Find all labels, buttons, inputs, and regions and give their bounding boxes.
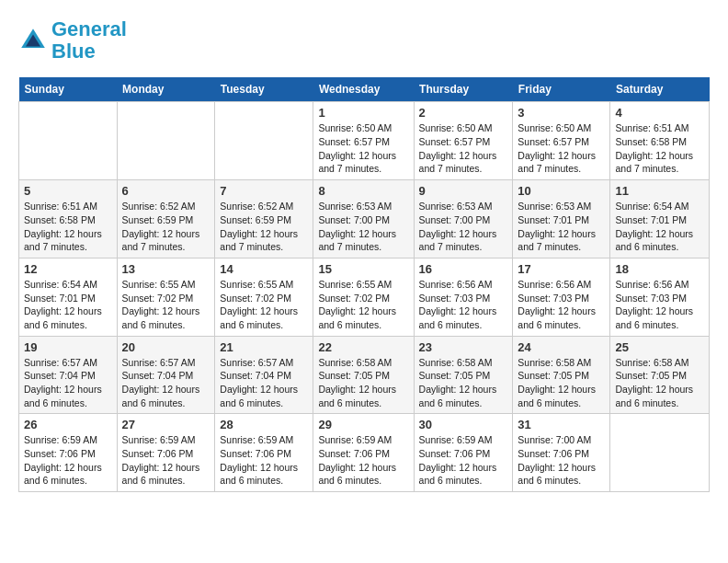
header-saturday: Saturday bbox=[610, 77, 710, 102]
day-number: 10 bbox=[518, 184, 605, 198]
day-number: 1 bbox=[318, 106, 408, 120]
day-info: Sunrise: 6:50 AM Sunset: 6:57 PM Dayligh… bbox=[419, 121, 508, 176]
day-info: Sunrise: 6:52 AM Sunset: 6:59 PM Dayligh… bbox=[220, 200, 308, 254]
calendar-cell: 6Sunrise: 6:52 AM Sunset: 6:59 PM Daylig… bbox=[117, 180, 215, 259]
day-number: 14 bbox=[220, 262, 308, 276]
day-info: Sunrise: 6:59 AM Sunset: 7:06 PM Dayligh… bbox=[220, 433, 308, 488]
logo-line2: Blue bbox=[51, 40, 127, 63]
day-number: 4 bbox=[615, 106, 704, 120]
day-info: Sunrise: 6:59 AM Sunset: 7:06 PM Dayligh… bbox=[122, 433, 210, 488]
calendar-cell: 9Sunrise: 6:53 AM Sunset: 7:00 PM Daylig… bbox=[414, 180, 513, 259]
day-number: 27 bbox=[122, 418, 210, 431]
day-info: Sunrise: 6:56 AM Sunset: 7:03 PM Dayligh… bbox=[419, 278, 508, 332]
calendar-cell: 10Sunrise: 6:53 AM Sunset: 7:01 PM Dayli… bbox=[513, 180, 610, 259]
day-info: Sunrise: 6:53 AM Sunset: 7:00 PM Dayligh… bbox=[318, 200, 408, 254]
calendar-cell: 23Sunrise: 6:58 AM Sunset: 7:05 PM Dayli… bbox=[414, 336, 513, 414]
day-info: Sunrise: 6:51 AM Sunset: 6:58 PM Dayligh… bbox=[615, 121, 704, 176]
day-info: Sunrise: 6:55 AM Sunset: 7:02 PM Dayligh… bbox=[318, 278, 408, 332]
day-info: Sunrise: 6:51 AM Sunset: 6:58 PM Dayligh… bbox=[24, 200, 112, 254]
day-info: Sunrise: 6:56 AM Sunset: 7:03 PM Dayligh… bbox=[518, 278, 605, 332]
day-number: 11 bbox=[615, 184, 704, 198]
header-monday: Monday bbox=[117, 77, 215, 102]
calendar-week-row: 5Sunrise: 6:51 AM Sunset: 6:58 PM Daylig… bbox=[19, 180, 710, 259]
day-info: Sunrise: 6:55 AM Sunset: 7:02 PM Dayligh… bbox=[122, 278, 210, 332]
day-info: Sunrise: 6:57 AM Sunset: 7:04 PM Dayligh… bbox=[220, 356, 308, 410]
day-info: Sunrise: 6:57 AM Sunset: 7:04 PM Dayligh… bbox=[24, 356, 112, 410]
calendar-cell: 15Sunrise: 6:55 AM Sunset: 7:02 PM Dayli… bbox=[313, 258, 414, 336]
day-info: Sunrise: 6:52 AM Sunset: 6:59 PM Dayligh… bbox=[122, 200, 210, 254]
day-info: Sunrise: 6:53 AM Sunset: 7:01 PM Dayligh… bbox=[518, 200, 605, 254]
day-number: 26 bbox=[24, 418, 112, 431]
calendar-cell: 20Sunrise: 6:57 AM Sunset: 7:04 PM Dayli… bbox=[117, 336, 215, 414]
header-sunday: Sunday bbox=[19, 77, 118, 102]
calendar-cell: 3Sunrise: 6:50 AM Sunset: 6:57 PM Daylig… bbox=[513, 102, 610, 180]
day-number: 25 bbox=[615, 340, 704, 354]
page-header: General Blue bbox=[18, 18, 710, 63]
calendar-cell: 8Sunrise: 6:53 AM Sunset: 7:00 PM Daylig… bbox=[313, 180, 414, 259]
day-info: Sunrise: 6:53 AM Sunset: 7:00 PM Dayligh… bbox=[419, 200, 508, 254]
calendar-week-row: 12Sunrise: 6:54 AM Sunset: 7:01 PM Dayli… bbox=[19, 258, 710, 336]
calendar-cell: 2Sunrise: 6:50 AM Sunset: 6:57 PM Daylig… bbox=[414, 102, 513, 180]
day-info: Sunrise: 6:56 AM Sunset: 7:03 PM Dayligh… bbox=[615, 278, 704, 332]
calendar-cell: 19Sunrise: 6:57 AM Sunset: 7:04 PM Dayli… bbox=[19, 336, 118, 414]
calendar-cell: 5Sunrise: 6:51 AM Sunset: 6:58 PM Daylig… bbox=[19, 180, 118, 259]
day-info: Sunrise: 6:54 AM Sunset: 7:01 PM Dayligh… bbox=[615, 200, 704, 254]
calendar-cell: 16Sunrise: 6:56 AM Sunset: 7:03 PM Dayli… bbox=[414, 258, 513, 336]
day-number: 30 bbox=[419, 418, 508, 431]
day-info: Sunrise: 6:50 AM Sunset: 6:57 PM Dayligh… bbox=[318, 121, 408, 176]
calendar-cell: 17Sunrise: 6:56 AM Sunset: 7:03 PM Dayli… bbox=[513, 258, 610, 336]
day-info: Sunrise: 6:54 AM Sunset: 7:01 PM Dayligh… bbox=[24, 278, 112, 332]
day-number: 17 bbox=[518, 262, 605, 276]
header-tuesday: Tuesday bbox=[215, 77, 313, 102]
day-number: 13 bbox=[122, 262, 210, 276]
day-info: Sunrise: 6:50 AM Sunset: 6:57 PM Dayligh… bbox=[518, 121, 605, 176]
day-number: 24 bbox=[518, 340, 605, 354]
header-wednesday: Wednesday bbox=[313, 77, 414, 102]
day-info: Sunrise: 6:58 AM Sunset: 7:05 PM Dayligh… bbox=[518, 356, 605, 410]
day-info: Sunrise: 6:57 AM Sunset: 7:04 PM Dayligh… bbox=[122, 356, 210, 410]
calendar-week-row: 19Sunrise: 6:57 AM Sunset: 7:04 PM Dayli… bbox=[19, 336, 710, 414]
calendar-cell: 31Sunrise: 7:00 AM Sunset: 7:06 PM Dayli… bbox=[513, 414, 610, 492]
day-number: 9 bbox=[419, 184, 508, 198]
calendar-cell: 25Sunrise: 6:58 AM Sunset: 7:05 PM Dayli… bbox=[610, 336, 710, 414]
day-info: Sunrise: 6:59 AM Sunset: 7:06 PM Dayligh… bbox=[419, 433, 508, 488]
day-info: Sunrise: 6:58 AM Sunset: 7:05 PM Dayligh… bbox=[615, 356, 704, 410]
calendar-cell bbox=[19, 102, 118, 180]
calendar-cell: 14Sunrise: 6:55 AM Sunset: 7:02 PM Dayli… bbox=[215, 258, 313, 336]
calendar-cell: 11Sunrise: 6:54 AM Sunset: 7:01 PM Dayli… bbox=[610, 180, 710, 259]
calendar-cell bbox=[215, 102, 313, 180]
calendar-cell bbox=[117, 102, 215, 180]
calendar-cell: 7Sunrise: 6:52 AM Sunset: 6:59 PM Daylig… bbox=[215, 180, 313, 259]
day-info: Sunrise: 6:59 AM Sunset: 7:06 PM Dayligh… bbox=[318, 433, 408, 488]
calendar-cell: 24Sunrise: 6:58 AM Sunset: 7:05 PM Dayli… bbox=[513, 336, 610, 414]
day-number: 7 bbox=[220, 184, 308, 198]
logo-line1: General bbox=[51, 18, 127, 40]
calendar-cell: 29Sunrise: 6:59 AM Sunset: 7:06 PM Dayli… bbox=[313, 414, 414, 492]
day-number: 16 bbox=[419, 262, 508, 276]
day-number: 2 bbox=[419, 106, 508, 120]
calendar-cell: 4Sunrise: 6:51 AM Sunset: 6:58 PM Daylig… bbox=[610, 102, 710, 180]
header-thursday: Thursday bbox=[414, 77, 513, 102]
day-number: 22 bbox=[318, 340, 408, 354]
day-number: 18 bbox=[615, 262, 704, 276]
day-info: Sunrise: 7:00 AM Sunset: 7:06 PM Dayligh… bbox=[518, 433, 605, 488]
calendar-table: SundayMondayTuesdayWednesdayThursdayFrid… bbox=[18, 77, 710, 492]
calendar-cell: 30Sunrise: 6:59 AM Sunset: 7:06 PM Dayli… bbox=[414, 414, 513, 492]
day-number: 29 bbox=[318, 418, 408, 431]
logo-icon bbox=[18, 26, 48, 55]
calendar-week-row: 26Sunrise: 6:59 AM Sunset: 7:06 PM Dayli… bbox=[19, 414, 710, 492]
day-number: 23 bbox=[419, 340, 508, 354]
calendar-cell: 26Sunrise: 6:59 AM Sunset: 7:06 PM Dayli… bbox=[19, 414, 118, 492]
calendar-cell: 1Sunrise: 6:50 AM Sunset: 6:57 PM Daylig… bbox=[313, 102, 414, 180]
day-number: 20 bbox=[122, 340, 210, 354]
day-number: 31 bbox=[518, 418, 605, 431]
calendar-cell: 13Sunrise: 6:55 AM Sunset: 7:02 PM Dayli… bbox=[117, 258, 215, 336]
calendar-cell: 12Sunrise: 6:54 AM Sunset: 7:01 PM Dayli… bbox=[19, 258, 118, 336]
day-number: 19 bbox=[24, 340, 112, 354]
day-number: 6 bbox=[122, 184, 210, 198]
day-info: Sunrise: 6:59 AM Sunset: 7:06 PM Dayligh… bbox=[24, 433, 112, 488]
calendar-header-row: SundayMondayTuesdayWednesdayThursdayFrid… bbox=[19, 77, 710, 102]
day-number: 12 bbox=[24, 262, 112, 276]
day-number: 3 bbox=[518, 106, 605, 120]
header-friday: Friday bbox=[513, 77, 610, 102]
